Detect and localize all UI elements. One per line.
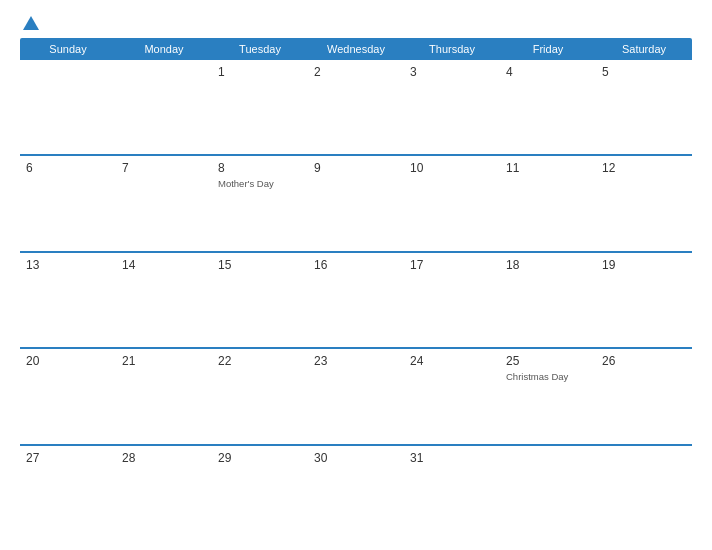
day-number: 1 bbox=[218, 65, 302, 79]
day-cell bbox=[20, 60, 116, 154]
day-number: 19 bbox=[602, 258, 686, 272]
day-cell: 16 bbox=[308, 253, 404, 347]
day-cell: 21 bbox=[116, 349, 212, 443]
day-cell: 20 bbox=[20, 349, 116, 443]
day-cell: 28 bbox=[116, 446, 212, 540]
day-cell: 14 bbox=[116, 253, 212, 347]
day-cell: 27 bbox=[20, 446, 116, 540]
day-cell: 4 bbox=[500, 60, 596, 154]
day-number: 2 bbox=[314, 65, 398, 79]
day-number: 7 bbox=[122, 161, 206, 175]
day-cell: 19 bbox=[596, 253, 692, 347]
weeks-container: 12345678Mother's Day91011121314151617181… bbox=[20, 60, 692, 540]
day-cell bbox=[500, 446, 596, 540]
day-header-tuesday: Tuesday bbox=[212, 38, 308, 60]
day-cell: 10 bbox=[404, 156, 500, 250]
day-number: 21 bbox=[122, 354, 206, 368]
day-cell: 18 bbox=[500, 253, 596, 347]
day-cell: 7 bbox=[116, 156, 212, 250]
day-cell: 23 bbox=[308, 349, 404, 443]
day-cell: 29 bbox=[212, 446, 308, 540]
day-cell: 17 bbox=[404, 253, 500, 347]
day-number: 6 bbox=[26, 161, 110, 175]
day-cell: 8Mother's Day bbox=[212, 156, 308, 250]
day-cell: 1 bbox=[212, 60, 308, 154]
day-number: 14 bbox=[122, 258, 206, 272]
holiday-name: Christmas Day bbox=[506, 371, 590, 383]
day-number: 16 bbox=[314, 258, 398, 272]
calendar: SundayMondayTuesdayWednesdayThursdayFrid… bbox=[20, 38, 692, 540]
day-number: 28 bbox=[122, 451, 206, 465]
day-cell: 12 bbox=[596, 156, 692, 250]
day-cell: 24 bbox=[404, 349, 500, 443]
week-row-2: 13141516171819 bbox=[20, 253, 692, 349]
day-cell: 30 bbox=[308, 446, 404, 540]
week-row-4: 2728293031 bbox=[20, 446, 692, 540]
day-number: 31 bbox=[410, 451, 494, 465]
day-number: 20 bbox=[26, 354, 110, 368]
day-headers-row: SundayMondayTuesdayWednesdayThursdayFrid… bbox=[20, 38, 692, 60]
day-header-wednesday: Wednesday bbox=[308, 38, 404, 60]
day-cell: 2 bbox=[308, 60, 404, 154]
week-row-0: 12345 bbox=[20, 60, 692, 156]
day-cell: 25Christmas Day bbox=[500, 349, 596, 443]
calendar-page: SundayMondayTuesdayWednesdayThursdayFrid… bbox=[0, 0, 712, 550]
day-number: 8 bbox=[218, 161, 302, 175]
day-number: 10 bbox=[410, 161, 494, 175]
day-header-saturday: Saturday bbox=[596, 38, 692, 60]
day-cell: 3 bbox=[404, 60, 500, 154]
day-number: 5 bbox=[602, 65, 686, 79]
day-number: 24 bbox=[410, 354, 494, 368]
day-header-friday: Friday bbox=[500, 38, 596, 60]
day-number: 13 bbox=[26, 258, 110, 272]
day-number: 3 bbox=[410, 65, 494, 79]
day-cell: 11 bbox=[500, 156, 596, 250]
day-number: 22 bbox=[218, 354, 302, 368]
day-cell: 13 bbox=[20, 253, 116, 347]
day-cell bbox=[116, 60, 212, 154]
week-row-1: 678Mother's Day9101112 bbox=[20, 156, 692, 252]
day-header-sunday: Sunday bbox=[20, 38, 116, 60]
day-number: 11 bbox=[506, 161, 590, 175]
day-cell: 5 bbox=[596, 60, 692, 154]
day-cell: 26 bbox=[596, 349, 692, 443]
day-cell bbox=[596, 446, 692, 540]
day-cell: 31 bbox=[404, 446, 500, 540]
day-number: 17 bbox=[410, 258, 494, 272]
day-number: 26 bbox=[602, 354, 686, 368]
header bbox=[20, 18, 692, 30]
day-number: 29 bbox=[218, 451, 302, 465]
logo-triangle-icon bbox=[23, 16, 39, 30]
day-number: 9 bbox=[314, 161, 398, 175]
day-number: 12 bbox=[602, 161, 686, 175]
logo bbox=[20, 18, 39, 30]
day-cell: 22 bbox=[212, 349, 308, 443]
day-cell: 9 bbox=[308, 156, 404, 250]
day-number: 27 bbox=[26, 451, 110, 465]
day-number: 25 bbox=[506, 354, 590, 368]
week-row-3: 202122232425Christmas Day26 bbox=[20, 349, 692, 445]
day-header-thursday: Thursday bbox=[404, 38, 500, 60]
day-number: 15 bbox=[218, 258, 302, 272]
day-header-monday: Monday bbox=[116, 38, 212, 60]
day-cell: 15 bbox=[212, 253, 308, 347]
holiday-name: Mother's Day bbox=[218, 178, 302, 190]
day-number: 4 bbox=[506, 65, 590, 79]
day-number: 23 bbox=[314, 354, 398, 368]
day-number: 30 bbox=[314, 451, 398, 465]
day-cell: 6 bbox=[20, 156, 116, 250]
day-number: 18 bbox=[506, 258, 590, 272]
